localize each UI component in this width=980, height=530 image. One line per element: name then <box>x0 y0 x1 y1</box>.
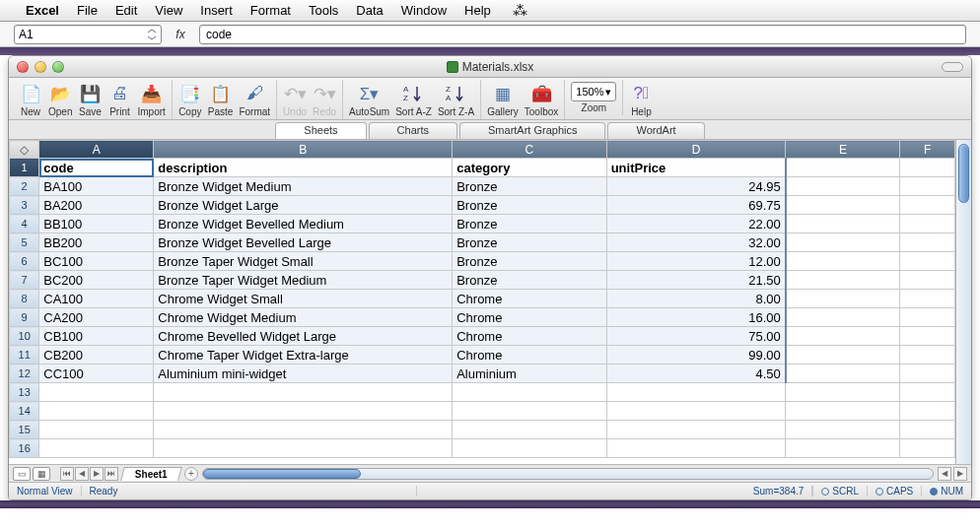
row-header-3[interactable]: 3 <box>10 196 39 215</box>
menu-insert[interactable]: Insert <box>200 3 233 18</box>
cell-E12[interactable] <box>786 364 900 383</box>
cell-E4[interactable] <box>786 215 900 233</box>
cell-D1[interactable]: unitPrice <box>606 159 786 177</box>
cell-E16[interactable] <box>786 439 900 458</box>
cell-F5[interactable] <box>900 233 955 252</box>
print-icon[interactable]: 🖨 <box>107 82 131 105</box>
cell-D5[interactable]: 32.00 <box>606 233 786 252</box>
last-sheet-button[interactable]: ⏭ <box>105 467 118 481</box>
row-header-9[interactable]: 9 <box>10 308 39 327</box>
name-box[interactable]: A1 <box>14 25 162 44</box>
cell-C3[interactable]: Bronze <box>453 196 606 215</box>
cell-F9[interactable] <box>900 308 955 327</box>
paste-icon[interactable]: 📋 <box>209 82 233 105</box>
new-icon[interactable]: 📄 <box>19 82 42 105</box>
cell-E7[interactable] <box>786 271 900 290</box>
cell-C12[interactable]: Aluminium <box>453 364 606 383</box>
cell-A3[interactable]: BA200 <box>39 196 154 215</box>
cell-C10[interactable]: Chrome <box>453 327 606 346</box>
cell-C9[interactable]: Chrome <box>453 308 606 327</box>
cell-D15[interactable] <box>606 421 786 439</box>
cell-B11[interactable]: Chrome Taper Widget Extra-large <box>154 346 453 364</box>
open-icon[interactable]: 📂 <box>48 82 72 105</box>
window-titlebar[interactable]: Materials.xlsx <box>9 56 971 78</box>
cell-D7[interactable]: 21.50 <box>606 271 786 290</box>
page-layout-view-button[interactable]: ▦ <box>33 467 50 481</box>
cell-B14[interactable] <box>154 402 453 421</box>
sort-za-icon[interactable]: ZA <box>442 82 471 105</box>
row-header-13[interactable]: 13 <box>10 383 39 402</box>
cell-B3[interactable]: Bronze Widget Large <box>154 196 453 215</box>
sort-az-icon[interactable]: AZ <box>399 82 429 105</box>
cell-A6[interactable]: BC100 <box>39 252 154 271</box>
add-sheet-button[interactable]: + <box>184 467 198 481</box>
cell-D11[interactable]: 99.00 <box>606 346 786 364</box>
cell-C11[interactable]: Chrome <box>453 346 606 364</box>
row-header-2[interactable]: 2 <box>10 177 39 196</box>
menu-edit[interactable]: Edit <box>115 3 137 18</box>
first-sheet-button[interactable]: ⏮ <box>60 467 74 481</box>
cell-D6[interactable]: 12.00 <box>606 252 786 271</box>
cell-E8[interactable] <box>786 290 900 308</box>
cell-B15[interactable] <box>154 421 453 439</box>
cell-B9[interactable]: Chrome Widget Medium <box>154 308 453 327</box>
cell-D9[interactable]: 16.00 <box>606 308 786 327</box>
save-icon[interactable]: 💾 <box>78 82 102 105</box>
col-header-F[interactable]: F <box>900 141 955 159</box>
row-header-4[interactable]: 4 <box>10 215 39 233</box>
cell-D2[interactable]: 24.95 <box>606 177 786 196</box>
menu-file[interactable]: File <box>77 3 98 18</box>
status-view-mode[interactable]: Normal View <box>9 486 82 497</box>
normal-view-button[interactable]: ▭ <box>13 467 31 481</box>
undo-icon[interactable]: ↶▾ <box>283 82 307 105</box>
cell-F2[interactable] <box>900 177 955 196</box>
cell-F15[interactable] <box>900 421 955 439</box>
row-header-10[interactable]: 10 <box>10 327 39 346</box>
cell-D3[interactable]: 69.75 <box>606 196 786 215</box>
cell-A4[interactable]: BB100 <box>39 215 154 233</box>
cell-B16[interactable] <box>154 439 453 458</box>
cell-A5[interactable]: BB200 <box>39 233 154 252</box>
redo-icon[interactable]: ↷▾ <box>313 82 336 105</box>
cell-C7[interactable]: Bronze <box>453 271 606 290</box>
row-header-11[interactable]: 11 <box>10 346 39 364</box>
cell-F6[interactable] <box>900 252 955 271</box>
subtab-smartart[interactable]: SmartArt Graphics <box>459 122 605 139</box>
row-header-16[interactable]: 16 <box>10 439 39 458</box>
name-box-dropdown-icon[interactable] <box>147 29 157 40</box>
col-header-C[interactable]: C <box>453 141 606 159</box>
row-header-1[interactable]: 1 <box>10 159 39 177</box>
cell-C2[interactable]: Bronze <box>453 177 606 196</box>
cell-B6[interactable]: Bronze Taper Widget Small <box>154 252 453 271</box>
cell-C4[interactable]: Bronze <box>453 215 606 233</box>
cell-A8[interactable]: CA100 <box>39 290 154 308</box>
cell-C14[interactable] <box>453 402 606 421</box>
cell-D4[interactable]: 22.00 <box>606 215 786 233</box>
col-header-D[interactable]: D <box>606 141 786 159</box>
menu-help[interactable]: Help <box>464 3 491 18</box>
zoom-dropdown[interactable]: 150%▾ <box>571 82 616 101</box>
cell-F7[interactable] <box>900 271 955 290</box>
toolbox-icon[interactable]: 🧰 <box>529 82 553 105</box>
status-sum[interactable]: Sum=384.7 <box>745 486 812 497</box>
cell-B1[interactable]: description <box>154 159 453 177</box>
cell-F16[interactable] <box>900 439 955 458</box>
horizontal-scroll-thumb[interactable] <box>203 469 361 479</box>
cell-D14[interactable] <box>606 402 786 421</box>
cell-C1[interactable]: category <box>453 159 606 177</box>
cell-F8[interactable] <box>900 290 955 308</box>
row-header-14[interactable]: 14 <box>10 402 39 421</box>
subtab-charts[interactable]: Charts <box>369 122 457 139</box>
row-header-5[interactable]: 5 <box>10 233 39 252</box>
vertical-scrollbar[interactable] <box>955 140 971 464</box>
prev-sheet-button[interactable]: ◀ <box>75 467 89 481</box>
cell-E11[interactable] <box>786 346 900 364</box>
horizontal-scrollbar[interactable] <box>202 468 934 480</box>
cell-B10[interactable]: Chrome Bevelled Widget Large <box>154 327 453 346</box>
import-icon[interactable]: 📥 <box>140 82 164 105</box>
cell-A12[interactable]: CC100 <box>39 364 154 383</box>
cell-C5[interactable]: Bronze <box>453 233 606 252</box>
cell-B4[interactable]: Bronze Widget Bevelled Medium <box>154 215 453 233</box>
cell-C6[interactable]: Bronze <box>453 252 606 271</box>
cell-A7[interactable]: BC200 <box>39 271 154 290</box>
